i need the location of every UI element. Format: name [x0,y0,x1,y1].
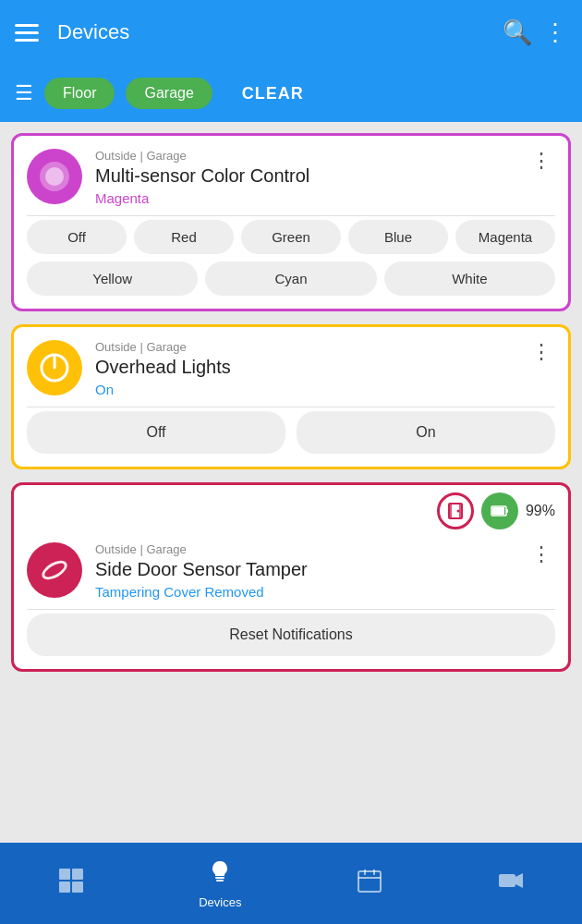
lightbulb-icon [206,857,234,892]
device-location-multi-sensor: Outside | Garage [95,149,515,163]
color-orb-icon [38,160,71,193]
color-btn-red[interactable]: Red [134,220,234,254]
svg-marker-23 [515,873,523,888]
svg-point-1 [45,167,64,186]
device-card-side-door: 99% Outside | Garage Side Door Sensor Ta… [11,482,571,672]
reset-notifications-button[interactable]: Reset Notifications [27,614,555,656]
on-button-overhead[interactable]: On [297,411,555,454]
nav-item-camera[interactable] [497,867,525,901]
card-info-side-door: Outside | Garage Side Door Sensor Tamper… [95,542,515,600]
clear-filter-button[interactable]: CLEAR [224,77,322,111]
card-header-side-door: Outside | Garage Side Door Sensor Tamper… [14,529,568,609]
off-button-overhead[interactable]: Off [27,411,285,454]
svg-rect-13 [72,869,83,880]
divider [27,609,555,610]
svg-rect-14 [59,881,70,893]
device-name-overhead: Overhead Lights [95,356,515,378]
nav-item-calendar[interactable] [356,867,383,901]
color-btn-blue[interactable]: Blue [348,220,448,254]
videocam-icon [497,867,525,901]
device-card-overhead-lights: Outside | Garage Overhead Lights On ⋮ Of… [11,324,571,469]
svg-rect-9 [492,507,504,515]
color-btn-magenta[interactable]: Magenta [455,220,555,254]
card-menu-multi-sensor[interactable]: ⋮ [527,149,555,173]
card-menu-side-door[interactable]: ⋮ [527,542,555,566]
more-options-icon[interactable]: ⋮ [543,18,567,47]
battery-icon [490,501,510,521]
device-name-side-door: Side Door Sensor Tamper [95,558,515,580]
filter-bar: ☰ Floor Garage CLEAR [0,65,582,122]
battery-percent: 99% [526,503,555,519]
svg-rect-18 [358,871,381,892]
device-card-multi-sensor: Outside | Garage Multi-sensor Color Cont… [11,133,571,311]
nav-label-devices: Devices [199,895,241,909]
card-info-multi-sensor: Outside | Garage Multi-sensor Color Cont… [95,149,515,206]
door-alert-badge [437,492,474,529]
svg-rect-8 [506,509,508,513]
device-status-side-door: Tampering Cover Removed [95,584,515,600]
card-header-overhead: Outside | Garage Overhead Lights On ⋮ [14,327,568,407]
hamburger-menu[interactable] [15,24,39,42]
nav-item-grid[interactable] [57,867,85,901]
color-btn-yellow[interactable]: Yellow [27,261,198,296]
color-btn-green[interactable]: Green [241,220,341,254]
svg-rect-22 [499,874,515,887]
svg-point-6 [456,510,459,513]
sensor-icon [37,553,72,588]
door-icon [446,502,465,520]
battery-badge [481,492,518,529]
filter-chip-floor[interactable]: Floor [44,78,115,109]
svg-rect-15 [72,881,83,893]
search-icon[interactable]: 🔍 [503,18,532,47]
color-btn-white[interactable]: White [384,261,555,296]
device-status-multi-sensor: Magenta [95,190,515,206]
card-menu-overhead[interactable]: ⋮ [527,340,555,364]
device-icon-multi-sensor [27,149,82,204]
nav-item-devices[interactable]: Devices [199,857,241,909]
color-btn-off[interactable]: Off [27,220,127,254]
device-status-overhead: On [95,382,515,397]
svg-rect-16 [215,877,224,879]
device-icon-side-door [27,542,82,598]
alert-badges: 99% [14,485,568,529]
grid-icon [57,867,85,901]
device-location-overhead: Outside | Garage [95,340,515,354]
content-area: Outside | Garage Multi-sensor Color Cont… [0,122,582,898]
color-btn-cyan[interactable]: Cyan [205,261,376,296]
device-name-multi-sensor: Multi-sensor Color Control [95,164,515,187]
filter-chip-garage[interactable]: Garage [126,78,212,109]
card-header-multi-sensor: Outside | Garage Multi-sensor Color Cont… [14,136,568,215]
page-title: Devices [57,20,491,44]
calendar-icon [356,867,383,901]
bottom-nav: Devices [0,843,582,924]
power-icon [38,351,71,384]
svg-rect-12 [59,869,70,880]
filter-icon[interactable]: ☰ [15,81,33,105]
device-icon-overhead [27,340,82,395]
color-buttons-multi-sensor: Off Red Green Blue Magenta Yellow Cyan W… [14,216,568,309]
svg-rect-17 [216,880,224,881]
onoff-buttons-overhead: Off On [14,407,568,467]
card-info-overhead: Outside | Garage Overhead Lights On [95,340,515,397]
device-location-side-door: Outside | Garage [95,542,515,556]
header: Devices 🔍 ⋮ [0,0,582,65]
